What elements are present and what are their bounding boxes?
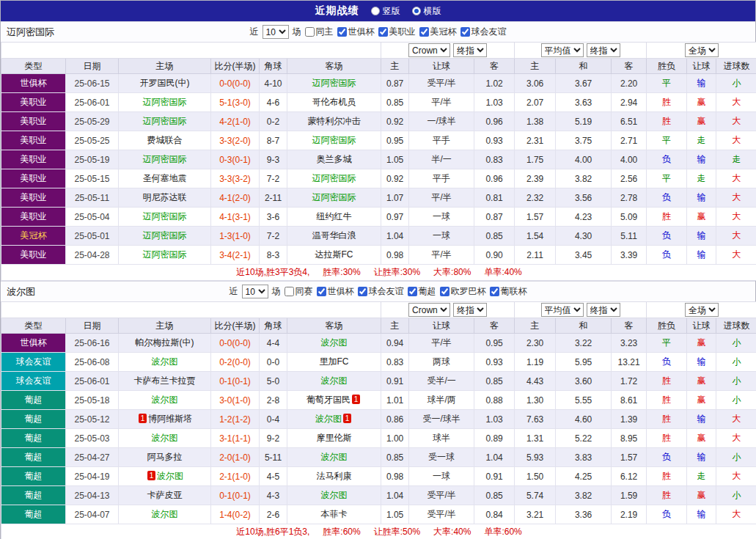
- same-filter-checkbox[interactable]: 同赛: [285, 285, 313, 298]
- score: 0-3(0-1): [211, 150, 260, 169]
- bookmaker-select[interactable]: Crown: [408, 303, 450, 317]
- corner-count: 4-4: [260, 334, 287, 353]
- competition-checkbox[interactable]: 球会友谊: [460, 26, 507, 38]
- competition-checkbox[interactable]: 欧罗巴杯: [440, 285, 486, 298]
- competition-checkbox-box[interactable]: [358, 287, 367, 296]
- corner-count: 5-11: [260, 448, 287, 467]
- away-team-name: 波尔图: [321, 490, 348, 500]
- bookmaker-select[interactable]: Crown: [408, 43, 450, 57]
- odds-group-cell: Crown终指: [381, 302, 515, 318]
- away-team-cell: 法马利康: [287, 467, 381, 486]
- odds-group-cell: 平均值终指: [515, 302, 647, 318]
- match-row: 葡超25-05-121博阿维斯塔1-2(1-2)0-4波尔图10.86受一/球半…: [1, 410, 756, 429]
- average-select[interactable]: 平均值: [541, 43, 584, 57]
- match-count-select[interactable]: 10: [242, 285, 268, 298]
- away-team-name: 奥兰多城: [317, 154, 352, 164]
- competition-checkbox-box[interactable]: [490, 287, 499, 296]
- col-header: 让球: [687, 318, 716, 334]
- away-team-cell: 波尔图: [287, 334, 381, 353]
- average-select[interactable]: 平均值: [541, 303, 584, 317]
- match-filter: 近10场同主世俱杯美职业美冠杯球会友谊: [250, 25, 507, 39]
- odds-value: 1.03: [474, 93, 515, 112]
- odds-value: 0.87: [381, 74, 409, 93]
- result-flag: 平: [647, 169, 687, 188]
- col-header: 客: [474, 318, 515, 334]
- match-scope-select[interactable]: 全场: [685, 43, 719, 57]
- match-date: 25-05-25: [66, 131, 119, 150]
- competition-checkbox[interactable]: 葡联杯: [490, 285, 527, 298]
- competition-checkbox[interactable]: 葡超: [408, 285, 436, 298]
- final-index-select[interactable]: 终指: [453, 303, 487, 317]
- same-filter-checkbox[interactable]: 同主: [305, 26, 334, 38]
- result-flag: 小: [716, 334, 756, 353]
- match-date: 25-05-11: [66, 188, 119, 208]
- score: 1-4(0-2): [211, 505, 260, 524]
- away-team-name: 波尔图: [321, 337, 348, 348]
- summary-stat: 大率:40%: [433, 527, 471, 537]
- competition-type-badge: 美职业: [1, 246, 66, 265]
- competition-checkbox-box[interactable]: [419, 27, 429, 37]
- same-filter-checkbox-box[interactable]: [305, 27, 315, 37]
- competition-checkbox-box[interactable]: [408, 287, 417, 296]
- match-count-select[interactable]: 10: [263, 25, 289, 39]
- odds-value: 1.39: [612, 410, 647, 429]
- competition-type-badge: 世俱杯: [1, 74, 66, 93]
- odds-value: 4.00: [556, 150, 612, 169]
- competition-checkbox-box[interactable]: [378, 27, 388, 37]
- final-index-select[interactable]: 终指: [453, 43, 487, 57]
- competition-checkbox-box[interactable]: [440, 287, 449, 296]
- competition-checkbox-label: 球会友谊: [471, 26, 507, 38]
- home-team-cell: 卡萨皮亚: [119, 486, 211, 505]
- odds-value: 一/球半: [409, 112, 474, 131]
- home-team-cell: 帕尔梅拉斯(中): [119, 334, 211, 353]
- odds-source-row: Crown终指平均值终指全场: [1, 302, 756, 318]
- competition-checkbox-box[interactable]: [460, 27, 470, 37]
- competition-checkbox[interactable]: 美冠杯: [419, 26, 457, 38]
- layout-option-vertical[interactable]: 竖版: [371, 5, 400, 18]
- final-index-select[interactable]: 终指: [587, 43, 620, 57]
- competition-checkbox[interactable]: 美职业: [378, 26, 416, 38]
- odds-value: 1.07: [381, 188, 409, 208]
- result-flag: 输: [687, 505, 716, 524]
- odds-value: 8.95: [612, 429, 647, 448]
- match-row: 葡超25-05-03波尔图3-1(1-1)9-2摩里伦斯1.00球半0.891.…: [1, 429, 756, 448]
- summary-stat: 近10场,胜6平1负3,: [236, 527, 309, 537]
- odds-value: 3.45: [556, 246, 612, 265]
- horizontal-layout-radio[interactable]: [412, 7, 421, 15]
- col-header: 主: [381, 59, 409, 74]
- competition-checkbox[interactable]: 球会友谊: [358, 285, 404, 298]
- odds-value: 4.60: [556, 410, 612, 429]
- competition-checkbox[interactable]: 世俱杯: [337, 26, 375, 38]
- match-date: 25-06-15: [66, 74, 119, 93]
- final-index-select[interactable]: 终指: [587, 303, 620, 317]
- odds-value: 两球: [409, 353, 474, 372]
- odds-value: 平/半: [409, 246, 474, 265]
- result-flag: 负: [647, 150, 687, 169]
- match-scope-select[interactable]: 全场: [685, 303, 719, 317]
- odds-value: 2.19: [612, 505, 647, 524]
- result-flag: 大: [716, 505, 756, 524]
- odds-value: 球半/两: [409, 391, 474, 410]
- vertical-layout-radio[interactable]: [371, 7, 380, 15]
- competition-checkbox-box[interactable]: [317, 287, 326, 296]
- odds-value: 5.55: [556, 391, 612, 410]
- score: 0-0(0-0): [211, 74, 260, 93]
- competition-checkbox[interactable]: 世俱杯: [317, 285, 354, 298]
- red-card-badge: 1: [343, 414, 351, 423]
- result-flag: 大: [716, 112, 756, 131]
- same-filter-checkbox-box[interactable]: [285, 287, 294, 296]
- odds-group-cell: 全场: [647, 43, 756, 59]
- home-team-name: 迈阿密国际: [143, 211, 187, 221]
- odds-value: 1.02: [474, 74, 515, 93]
- layout-option-horizontal[interactable]: 横版: [412, 5, 441, 18]
- odds-value: 0.98: [381, 467, 409, 486]
- odds-value: 2.56: [612, 169, 647, 188]
- odds-value: 6.12: [612, 467, 647, 486]
- corner-count: 7-2: [260, 169, 287, 188]
- results-table: Crown终指平均值终指全场类型日期主场比分(半场)角球客场主让球客主和客胜负让…: [1, 301, 756, 539]
- team-name: 波尔图: [7, 285, 35, 298]
- competition-checkbox-box[interactable]: [337, 27, 347, 37]
- odds-value: 3.82: [556, 169, 612, 188]
- score: 1-2(1-2): [211, 410, 260, 429]
- result-flag: 大: [716, 208, 756, 227]
